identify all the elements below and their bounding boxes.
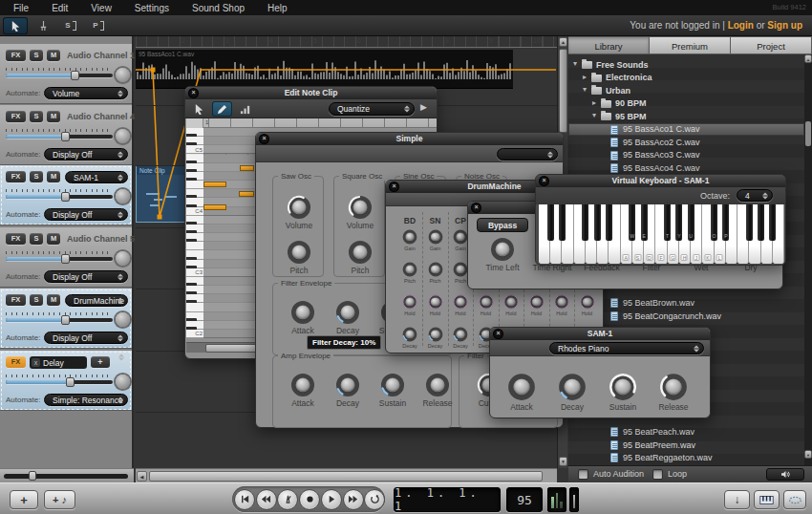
zoom-slider-handle[interactable] [29, 471, 36, 481]
channel-delay[interactable]: FXxDelay+Automate:Simple: Resonance [0, 351, 132, 411]
tree-file-95-bassaco4-c-wav[interactable]: 95 BassAco4 C.wav [568, 161, 804, 175]
slider-handle[interactable] [61, 315, 70, 325]
p-marker-tool[interactable]: P [86, 17, 111, 34]
black-key[interactable]: Y [675, 204, 682, 241]
loop-button[interactable] [364, 489, 385, 510]
black-key[interactable]: W [629, 204, 635, 241]
menu-settings[interactable]: Settings [135, 3, 169, 13]
piano-roll-ruler[interactable]: 1 [186, 118, 437, 128]
solo-button[interactable]: S [30, 171, 43, 182]
pan-knob[interactable] [116, 312, 130, 327]
fast-forward-button[interactable] [343, 489, 364, 510]
loop-browse-button[interactable] [783, 490, 806, 509]
solo-button[interactable]: S [30, 233, 43, 245]
fx-button[interactable]: FX [6, 233, 26, 245]
pan-knob[interactable] [116, 251, 130, 266]
device-dropdown[interactable]: SAM-1 [65, 171, 128, 183]
volume-slider[interactable] [6, 135, 113, 139]
tree-folder-electronica[interactable]: ▸Electronica [568, 72, 804, 85]
mute-button[interactable]: M [47, 233, 60, 245]
knob-decay[interactable]: Decay [335, 300, 360, 325]
select-tool-button[interactable] [189, 101, 209, 117]
piano-key-white[interactable] [186, 242, 203, 250]
midi-note[interactable] [203, 182, 226, 187]
pan-knob[interactable] [116, 68, 130, 82]
lib-scroll-handle[interactable] [805, 121, 811, 146]
chevron-down-icon[interactable]: ▾ [592, 111, 596, 119]
fx-slot-delay[interactable]: xDelay [30, 356, 87, 369]
knob-sustain[interactable]: Sustain [609, 373, 637, 401]
pan-knob[interactable] [116, 375, 130, 389]
fx-button[interactable]: FX [6, 356, 26, 368]
slider-handle[interactable] [61, 254, 70, 264]
channel-audio-channel-4[interactable]: FXSMAudio Channel 4Automate:Display Off [0, 105, 132, 165]
dm-SN-decay[interactable]: Decay [428, 327, 443, 342]
skip-start-button[interactable] [234, 489, 255, 510]
knob-pitch[interactable]: Pitch [348, 240, 373, 265]
device-dropdown[interactable]: DrumMachine [65, 294, 128, 307]
automate-dropdown[interactable]: Display Off [44, 270, 128, 283]
download-button[interactable]: ↓ [724, 490, 750, 509]
fx-button[interactable]: FX [6, 171, 26, 182]
close-icon[interactable]: × [494, 330, 502, 338]
dm-col5-hold[interactable]: Hold [503, 294, 519, 310]
library-scrollbar[interactable]: ▲ ▼ [804, 54, 812, 484]
scroll-left-button[interactable]: ◀ [137, 471, 147, 482]
dm-BD-hold[interactable]: Hold [402, 294, 417, 310]
simple-titlebar[interactable]: × Simple [256, 133, 563, 145]
dm-col7-hold[interactable]: Hold [554, 294, 569, 310]
add-audio-track-button[interactable]: + ♪ [44, 490, 75, 509]
metronome-button[interactable] [277, 489, 298, 510]
black-key[interactable] [758, 204, 764, 241]
piano-roll-keys[interactable]: C5C4C3C2 [186, 128, 203, 338]
fx-button[interactable]: FX [6, 50, 26, 61]
vscroll-handle[interactable] [559, 49, 567, 133]
tree-file-95-bassaco3-c-wav[interactable]: 95 BassAco3 C.wav [568, 149, 804, 162]
tab-library[interactable]: Library [568, 36, 650, 54]
black-key[interactable] [559, 204, 566, 241]
menu-edit[interactable]: Edit [52, 3, 68, 13]
tab-project[interactable]: Project [731, 36, 812, 54]
dm-CP-hold[interactable]: Hold [453, 294, 468, 310]
auto-audition-checkbox[interactable] [578, 469, 588, 480]
record-button[interactable] [299, 489, 320, 510]
dm-BD-pitch[interactable]: Pitch [402, 262, 417, 277]
mute-button[interactable]: M [47, 294, 60, 306]
mute-button[interactable]: M [47, 111, 60, 122]
mute-button[interactable]: M [47, 50, 60, 61]
automate-dropdown[interactable]: Display Off [44, 148, 128, 161]
login-link[interactable]: Login [728, 20, 754, 31]
black-key[interactable] [547, 204, 554, 241]
slider-handle[interactable] [61, 192, 70, 202]
channel-audio-channel-1[interactable]: FXSMAudio Channel 1Automate:Volume [0, 44, 132, 104]
close-icon[interactable]: × [260, 135, 268, 143]
pan-knob[interactable] [116, 129, 130, 143]
black-key[interactable]: U [688, 204, 694, 241]
volume-slider[interactable] [6, 195, 113, 199]
dm-SN-pitch[interactable]: Pitch [428, 262, 443, 277]
knob-attack[interactable]: Attack [507, 373, 536, 401]
piano-keyboard[interactable]: ASDFGHJKLWETYUOP [539, 204, 784, 264]
solo-button[interactable]: S [30, 294, 43, 306]
dm-col8-hold[interactable]: Hold [580, 294, 595, 310]
rewind-button[interactable] [256, 489, 277, 510]
chevron-right-icon[interactable]: ▸ [592, 98, 596, 107]
tree-folder-95-bpm[interactable]: ▾95 BPM [568, 110, 804, 123]
volume-slider[interactable] [6, 318, 113, 322]
knob-release[interactable]: Release [425, 373, 450, 397]
volume-slider[interactable] [6, 257, 113, 261]
fx-button[interactable]: FX [6, 294, 26, 306]
black-key[interactable] [594, 204, 601, 241]
remove-fx-icon[interactable]: x [32, 358, 40, 367]
black-key[interactable]: T [664, 204, 671, 241]
knob-decay[interactable]: Decay [558, 373, 587, 401]
solo-button[interactable]: S [30, 50, 43, 61]
chevron-down-icon[interactable]: ▾ [583, 85, 587, 94]
tree-file-95-beatbrown-wav[interactable]: 95 BeatBrown.wav [568, 296, 804, 310]
piano-key-white[interactable] [186, 181, 203, 189]
tree-file-95-bassaco1-c-wav[interactable]: 95 BassAco1 C.wav [568, 123, 804, 137]
dm-BD-decay[interactable]: Decay [402, 327, 417, 342]
midi-note[interactable] [240, 165, 254, 171]
preview-volume-button[interactable] [766, 468, 804, 481]
dm-CP-decay[interactable]: Decay [453, 327, 468, 342]
